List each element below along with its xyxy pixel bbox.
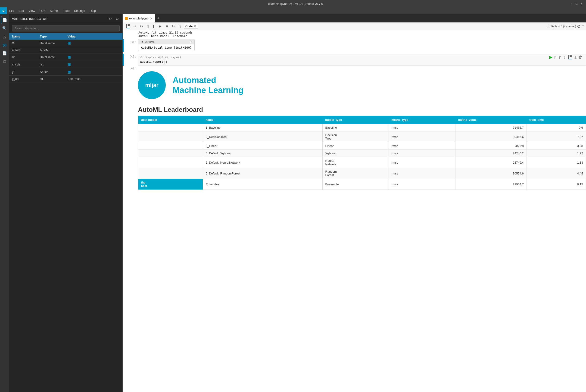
copy-button[interactable]: ▯ xyxy=(145,23,150,29)
menubar: M File Edit View Run Kernel Tabs Setting… xyxy=(0,8,586,14)
kernel-name: Python 3 (ipykernel) xyxy=(551,25,576,28)
menu-run[interactable]: Run xyxy=(37,8,48,14)
name-col: 5_Default_NeuralNetwork xyxy=(203,157,322,168)
kernel-info: ⛬ Python 3 (ipykernel) ☰ xyxy=(547,25,584,28)
automl-dot xyxy=(189,40,192,43)
menu-kernel[interactable]: Kernel xyxy=(48,8,61,14)
col-metric-value: metric_value xyxy=(456,116,527,124)
variable-table: Name Type Value X DataFrame ▦ automl Aut… xyxy=(9,33,122,392)
best-col xyxy=(138,132,203,142)
table-row: 4_Default_Xgboost Xgboost rmse 24246.2 1… xyxy=(138,150,586,157)
train-time-col: 7.07 xyxy=(526,132,586,142)
activity-search-icon[interactable]: 🔍 xyxy=(1,24,8,32)
tab-close-button[interactable]: ✕ xyxy=(150,17,153,20)
copy-cell-icon[interactable]: ▯ xyxy=(554,55,556,60)
leaderboard-body: 1_Baseline Baseline rmse 71466.7 0.6 2_D… xyxy=(138,124,586,190)
metric-type-col: rmse xyxy=(388,157,455,168)
refresh-button[interactable]: ↻ xyxy=(108,16,113,21)
table-row[interactable]: df DataFrame ▦ xyxy=(9,54,122,61)
maximize-button[interactable]: □ xyxy=(575,2,578,5)
notebook-file-icon xyxy=(125,17,128,20)
menu-tabs[interactable]: Tabs xyxy=(61,8,72,14)
move-up-icon[interactable]: ⇧ xyxy=(558,55,561,60)
save-cell-icon[interactable]: 💾 xyxy=(568,55,572,60)
add-cell-button[interactable]: + xyxy=(133,24,138,29)
settings-button[interactable]: ⚙ xyxy=(114,16,120,21)
kernel-status-circle xyxy=(578,25,580,28)
move-down-icon[interactable]: ⇩ xyxy=(563,55,566,60)
save-button[interactable]: 💾 xyxy=(124,23,132,29)
run-cell-button[interactable]: ► xyxy=(157,24,164,29)
run-cell-icon[interactable]: ▶ xyxy=(549,54,552,60)
menu-edit[interactable]: Edit xyxy=(16,8,26,14)
notebook-tab[interactable]: example.ipynb ✕ xyxy=(123,14,155,22)
cell-type-selector[interactable]: Code ▼ xyxy=(184,24,198,29)
menu-view[interactable]: View xyxy=(26,8,37,14)
table-row: 6_Default_RandomForest RandomForest rmse… xyxy=(138,168,586,179)
activity-database-icon[interactable]: 📄 xyxy=(1,50,8,57)
table-row[interactable]: y_col str SalePrice xyxy=(9,76,122,82)
activity-extensions-icon[interactable]: □ xyxy=(1,58,8,65)
stop-button[interactable]: ■ xyxy=(164,24,170,29)
table-row[interactable]: automl AutoML xyxy=(9,47,122,54)
cell-4-code[interactable]: # display AutoML report automl.report() xyxy=(138,54,586,66)
col-name: Name xyxy=(12,35,40,38)
model-type-col: RandomForest xyxy=(322,168,388,179)
titlebar-controls[interactable]: − □ ✕ xyxy=(570,2,583,5)
table-row: 5_Default_NeuralNetwork NeuralNetwork rm… xyxy=(138,157,586,168)
col-train-time: train_time xyxy=(526,116,586,124)
model-type-col: Linear xyxy=(322,142,388,150)
var-name: y xyxy=(12,70,40,74)
share-cell-icon[interactable]: ⌶ xyxy=(574,55,577,59)
metric-type-col: rmse xyxy=(388,150,455,157)
cell-type-label: Code xyxy=(186,24,192,28)
table-row[interactable]: X DataFrame ▦ xyxy=(9,40,122,47)
var-type: AutoML xyxy=(40,48,68,52)
var-type: DataFrame xyxy=(40,42,68,45)
metric-type-col: rmse xyxy=(388,179,455,190)
cell-4-actions: ▶ ▯ ⇧ ⇩ 💾 ⌶ 🗑 xyxy=(549,54,582,60)
train-time-col: 0.15 xyxy=(526,179,586,190)
tagline-line1: Automated xyxy=(173,75,244,85)
table-row: 3_Linear Linear rmse 45328 3.28 xyxy=(138,142,586,150)
activity-files-icon[interactable]: 📄 xyxy=(1,16,8,24)
notebook-panel: example.ipynb ✕ + 💾 + ✂ ▯ ▮ ► ■ ↻ ⇉ Code… xyxy=(123,14,586,392)
best-col xyxy=(138,157,203,168)
name-col: 3_Linear xyxy=(203,142,322,150)
automl-collapse-icon: ▼ xyxy=(141,40,144,44)
cut-button[interactable]: ✂ xyxy=(139,23,144,29)
search-input[interactable] xyxy=(12,25,120,32)
menu-help[interactable]: Help xyxy=(87,8,98,14)
code-comment: # display AutoML report xyxy=(140,55,584,60)
activity-source-control-icon[interactable]: △ xyxy=(1,33,8,40)
metric-value-col: 28749.4 xyxy=(456,157,527,168)
col-metric-type: metric_type xyxy=(388,116,455,124)
delete-cell-icon[interactable]: 🗑 xyxy=(578,55,582,59)
new-tab-button[interactable]: + xyxy=(155,16,162,21)
restart-run-button[interactable]: ⇉ xyxy=(177,23,183,29)
var-name: X xyxy=(12,42,40,45)
chevron-down-icon: ▼ xyxy=(194,24,196,28)
table-row[interactable]: y Series ▦ xyxy=(9,68,122,76)
var-type: DataFrame xyxy=(40,55,68,59)
activity-variable-icon[interactable]: (x) xyxy=(1,41,8,48)
minimize-button[interactable]: − xyxy=(570,2,573,5)
variable-inspector-panel: Variable Inspector ↻ ⚙ Name Type Value X… xyxy=(9,14,123,392)
notebook-toolbar: 💾 + ✂ ▯ ▮ ► ■ ↻ ⇉ Code ▼ ⛬ Python 3 (ipy… xyxy=(123,22,586,30)
tagline-line2: Machine Learning xyxy=(173,85,244,95)
paste-button[interactable]: ▮ xyxy=(151,23,156,29)
table-row[interactable]: x_cols list ▦ xyxy=(9,61,122,68)
train-time-col: 1.33 xyxy=(526,157,586,168)
menu-icon[interactable]: ☰ xyxy=(582,25,584,28)
var-type: Series xyxy=(40,70,68,74)
close-button[interactable]: ✕ xyxy=(580,2,583,5)
train-time-col: 4.45 xyxy=(526,168,586,179)
var-name: y_col xyxy=(12,77,40,80)
col-best-model: Best model xyxy=(138,116,203,124)
table-header: Name Type Value xyxy=(9,33,122,40)
mljar-logo-circle: mljar xyxy=(138,71,166,99)
best-col xyxy=(138,142,203,150)
restart-button[interactable]: ↻ xyxy=(170,23,176,29)
menu-file[interactable]: File xyxy=(7,8,16,14)
menu-settings[interactable]: Settings xyxy=(72,8,87,14)
